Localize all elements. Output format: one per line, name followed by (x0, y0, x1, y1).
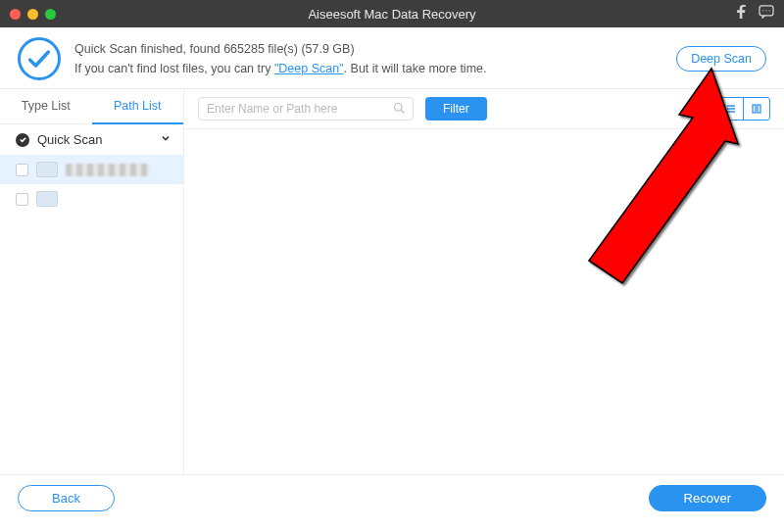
scan-complete-icon (18, 37, 61, 80)
svg-rect-13 (753, 105, 756, 113)
svg-point-1 (762, 10, 763, 11)
feedback-icon[interactable] (759, 5, 774, 23)
sidebar-group-label: Quick Scan (37, 132, 102, 147)
titlebar-actions (736, 5, 774, 23)
svg-point-2 (765, 10, 766, 11)
scan-hint-line: If you can't find lost files, you can tr… (74, 59, 486, 78)
sidebar-item[interactable] (0, 184, 183, 214)
app-title: Aiseesoft Mac Data Recovery (0, 7, 784, 22)
main-area: Type List Path List Quick Scan Ente (0, 89, 784, 474)
filter-button[interactable]: Filter (425, 97, 487, 121)
svg-rect-8 (701, 110, 705, 114)
tab-path-list[interactable]: Path List (92, 89, 184, 124)
close-window-button[interactable] (10, 9, 21, 20)
sidebar-item[interactable] (0, 155, 183, 184)
traffic-lights (10, 9, 56, 20)
drive-icon (36, 191, 58, 207)
svg-rect-14 (758, 105, 760, 113)
sidebar: Type List Path List Quick Scan (0, 89, 184, 474)
search-placeholder-label: Enter Name or Path here (207, 102, 337, 116)
results-area (184, 129, 784, 474)
checkbox[interactable] (16, 164, 28, 176)
deep-scan-button[interactable]: Deep Scan (676, 46, 766, 72)
recover-button[interactable]: Recover (649, 485, 766, 511)
sidebar-group-quickscan[interactable]: Quick Scan (0, 124, 183, 155)
maximize-window-button[interactable] (45, 9, 56, 20)
view-detail-button[interactable] (744, 98, 769, 120)
svg-line-5 (401, 110, 404, 113)
content-area: Enter Name or Path here Filter (184, 89, 784, 474)
checkbox[interactable] (16, 193, 28, 206)
back-button[interactable]: Back (18, 485, 115, 511)
content-toolbar: Enter Name or Path here Filter (184, 89, 784, 129)
window-titlebar: Aiseesoft Mac Data Recovery (0, 0, 784, 27)
chevron-down-icon (160, 132, 172, 147)
drive-icon (36, 162, 58, 177)
search-icon (393, 102, 405, 117)
svg-rect-9 (707, 110, 710, 114)
view-mode-toggle (692, 97, 770, 121)
search-input[interactable]: Enter Name or Path here (198, 97, 414, 121)
svg-point-3 (768, 10, 769, 11)
checkmark-icon (16, 133, 29, 147)
svg-rect-6 (701, 104, 705, 108)
scan-status-line: Quick Scan finished, found 665285 file(s… (74, 39, 486, 59)
svg-point-4 (395, 103, 403, 111)
view-list-button[interactable] (718, 98, 744, 120)
footer: Back Recover (0, 474, 784, 521)
svg-rect-7 (707, 104, 710, 108)
minimize-window-button[interactable] (27, 9, 38, 20)
view-grid-button[interactable] (693, 98, 718, 120)
tab-type-list[interactable]: Type List (0, 89, 92, 124)
share-facebook-icon[interactable] (736, 5, 747, 23)
deep-scan-link[interactable]: "Deep Scan" (274, 62, 344, 75)
scan-summary-text: Quick Scan finished, found 665285 file(s… (74, 39, 486, 78)
scan-summary-header: Quick Scan finished, found 665285 file(s… (0, 27, 784, 88)
sidebar-tabs: Type List Path List (0, 89, 183, 124)
sidebar-item-label (66, 164, 149, 176)
